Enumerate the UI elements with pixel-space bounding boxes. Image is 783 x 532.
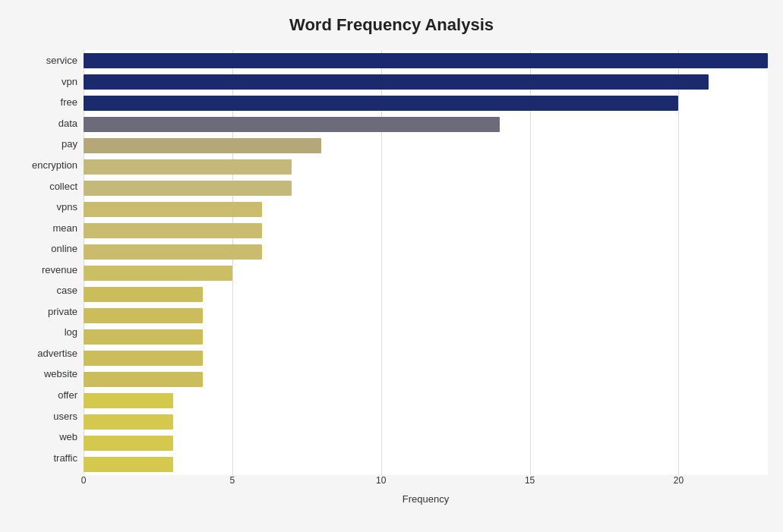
bar [84, 287, 203, 302]
bars-wrapper [84, 50, 768, 475]
bar-row [84, 348, 768, 369]
y-label: website [44, 364, 77, 385]
bar-row [84, 284, 768, 305]
bar [84, 393, 173, 408]
bar-row [84, 241, 768, 263]
plot-area: 05101520 Frequency [84, 50, 768, 468]
y-label: revenue [42, 259, 77, 280]
y-label: offer [58, 385, 77, 406]
bar-row [84, 178, 768, 199]
bar-row [84, 156, 768, 178]
x-ticks: 05101520 [84, 475, 768, 490]
bar [84, 436, 173, 451]
bar-row [84, 135, 768, 156]
x-tick: 15 [525, 475, 535, 486]
bar-row [84, 369, 768, 390]
bar [84, 457, 173, 472]
x-tick: 5 [230, 475, 235, 486]
bar-row [84, 390, 768, 411]
bar [84, 372, 203, 387]
y-label: service [46, 50, 77, 71]
bar [84, 74, 709, 90]
y-label: log [65, 322, 77, 343]
y-label: data [58, 113, 77, 134]
y-label: mean [52, 217, 77, 238]
bar-row [84, 305, 768, 326]
bar [84, 202, 262, 217]
y-label: vpns [57, 197, 77, 218]
bar-row [84, 433, 768, 454]
y-label: collect [49, 175, 77, 197]
bar-row [84, 263, 768, 284]
bar [84, 53, 768, 68]
y-label: vpn [62, 71, 77, 93]
bar [84, 266, 232, 281]
x-tick: 20 [674, 475, 684, 486]
bar-row [84, 114, 768, 135]
y-label: users [53, 405, 77, 427]
y-label: private [48, 301, 77, 323]
y-label: advertise [37, 343, 77, 364]
chart-title: Word Frequency Analysis [15, 15, 768, 35]
x-tick: 10 [376, 475, 386, 486]
chart-container: Word Frequency Analysis servicevpnfreeda… [0, 0, 783, 532]
bar [84, 308, 203, 323]
bar-row [84, 411, 768, 433]
y-label: encryption [32, 155, 77, 176]
bar [84, 138, 321, 153]
y-label: case [57, 280, 77, 301]
x-tick: 0 [81, 475, 87, 486]
bar-row [84, 454, 768, 475]
x-axis-label: Frequency [84, 493, 768, 505]
bar [84, 351, 203, 366]
bar [84, 117, 500, 132]
bar-row [84, 326, 768, 348]
y-label: traffic [53, 447, 77, 468]
chart-area: servicevpnfreedatapayencryptioncollectvp… [15, 50, 768, 468]
bar-row [84, 71, 768, 93]
bar [84, 96, 678, 111]
bar [84, 244, 262, 260]
bar-row [84, 93, 768, 114]
bar [84, 181, 292, 196]
y-label: online [51, 238, 77, 260]
y-label: pay [62, 134, 77, 155]
bar [84, 414, 173, 430]
y-label: free [61, 92, 77, 113]
y-label: web [59, 427, 77, 448]
bar [84, 223, 262, 238]
bar [84, 329, 203, 345]
x-axis: 05101520 Frequency [84, 475, 768, 505]
bar [84, 159, 292, 175]
bar-row [84, 199, 768, 220]
bar-row [84, 50, 768, 71]
y-axis: servicevpnfreedatapayencryptioncollectvp… [15, 50, 84, 468]
bar-row [84, 220, 768, 241]
